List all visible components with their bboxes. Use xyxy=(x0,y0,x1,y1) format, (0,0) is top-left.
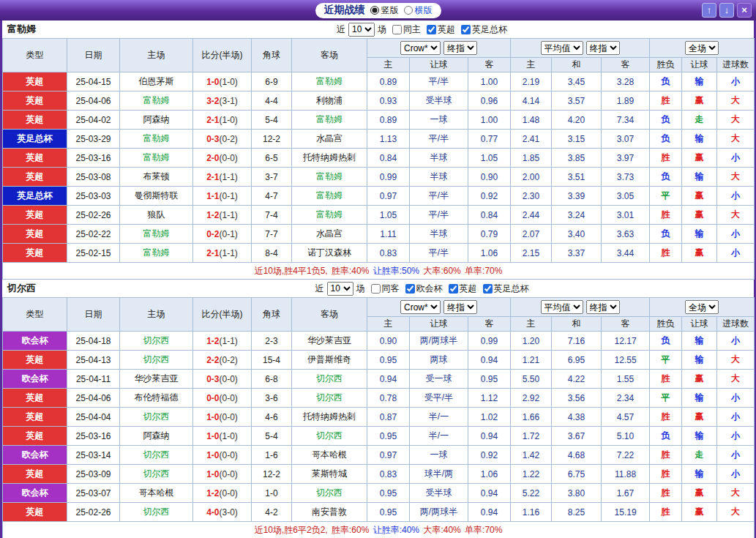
close-button[interactable]: × xyxy=(737,3,752,18)
final-odds-select-2[interactable]: 终指 xyxy=(586,41,620,55)
average-select[interactable]: 平均值 xyxy=(541,300,583,314)
away-team-cell: 哥本哈根 xyxy=(292,446,367,465)
away-team-cell: 富勒姆 xyxy=(292,111,367,130)
filter-checkbox-input[interactable] xyxy=(427,25,436,34)
date-cell: 25-03-29 xyxy=(67,130,120,149)
date-cell: 25-02-22 xyxy=(67,225,120,244)
sub-column-header: 主 xyxy=(367,317,410,332)
horizontal-radio[interactable] xyxy=(404,6,413,15)
filter-checkbox-input[interactable] xyxy=(449,284,458,294)
match-row: 英超25-02-22富勒姆0-2(0-1)7-7水晶宫1.11半球0.792.0… xyxy=(3,225,755,244)
eu-draw-odds: 3.45 xyxy=(552,72,602,91)
average-select[interactable]: 平均值 xyxy=(541,41,583,55)
away-team-cell: 利物浦 xyxy=(292,91,367,111)
eu-draw-odds: 6.75 xyxy=(552,465,602,484)
ah-home-odds: 1.05 xyxy=(367,206,410,225)
horizontal-label: 横版 xyxy=(415,4,433,17)
filter-checkbox[interactable]: 英超 xyxy=(449,283,477,295)
halftime-score: (1-0) xyxy=(220,115,238,125)
title-pill: 近期战绩 竖版 横版 xyxy=(315,3,441,18)
recent-count-select[interactable]: 10 xyxy=(348,23,375,37)
match-row: 英超25-02-15富勒姆2-1(1-1)8-4诺丁汉森林0.83平/半1.06… xyxy=(3,244,755,263)
filter-checkbox[interactable]: 英足总杯 xyxy=(461,23,507,36)
ah-away-odds: 1.00 xyxy=(468,111,511,130)
vertical-radio[interactable] xyxy=(370,6,379,15)
home-team-cell: 哥本哈根 xyxy=(120,484,193,503)
result-wdl: 负 xyxy=(650,72,682,91)
filter-checkbox-input[interactable] xyxy=(483,284,493,294)
fulltime-result-group: 全场 xyxy=(650,39,755,58)
filter-checkbox[interactable]: 英足总杯 xyxy=(483,283,529,295)
ah-line: 两/两球半 xyxy=(410,332,468,351)
scroll-up-button[interactable]: ↑ xyxy=(702,3,716,18)
filter-checkbox[interactable]: 英超 xyxy=(427,23,455,36)
league-badge: 欧会杯 xyxy=(3,332,67,351)
window-buttons: ↑ ↓ × xyxy=(702,3,752,18)
final-odds-select[interactable]: 终指 xyxy=(444,300,477,314)
ah-away-odds: 1.05 xyxy=(468,149,511,168)
filter-checkbox[interactable]: 同主 xyxy=(392,23,421,36)
recent-count-select[interactable]: 10 xyxy=(327,282,353,296)
fulltime-score: 0-3 xyxy=(206,374,219,384)
league-badge: 英超 xyxy=(3,72,67,91)
ah-home-odds: 0.95 xyxy=(367,484,410,503)
final-odds-select[interactable]: 终指 xyxy=(444,41,477,55)
bookmaker-select[interactable]: Crow* xyxy=(400,41,441,55)
eu-home-odds: 2.15 xyxy=(511,244,552,263)
match-row: 英超25-04-06富勒姆3-2(3-1)4-4利物浦0.93受半球0.964.… xyxy=(3,91,755,111)
eu-home-odds: 1.22 xyxy=(511,465,552,484)
fulltime-select[interactable]: 全场 xyxy=(685,41,719,55)
match-row: 英超25-03-09切尔西1-0(0-0)12-2莱斯特城0.83球半/两1.0… xyxy=(3,465,755,484)
result-wdl: 胜 xyxy=(650,503,682,522)
result-goals: 小 xyxy=(717,408,755,427)
team-filter-row: 富勒姆近10场同主英超英足总杯 xyxy=(2,20,754,38)
sub-column-header: 客 xyxy=(602,317,650,332)
sub-column-header: 让球 xyxy=(682,58,717,72)
home-team-cell: 切尔西 xyxy=(120,503,193,522)
result-handicap: 输 xyxy=(682,465,717,484)
ah-away-odds: 0.95 xyxy=(468,370,511,389)
bookmaker-select[interactable]: Crow* xyxy=(400,300,441,314)
filter-checkbox[interactable]: 欧会杯 xyxy=(405,283,443,295)
ah-home-odds: 0.89 xyxy=(367,72,410,91)
ah-home-odds: 1.13 xyxy=(367,130,410,149)
result-wdl: 平 xyxy=(650,187,682,206)
sub-column-header: 客 xyxy=(468,317,511,332)
result-goals: 大 xyxy=(717,130,755,149)
ah-home-odds: 0.95 xyxy=(367,351,410,370)
summary-row: 近10场,胜6平2负2, 胜率:60% 让胜率:40% 大率:40% 单率:70… xyxy=(3,522,755,538)
scroll-down-button[interactable]: ↓ xyxy=(719,3,734,18)
average-odds-group: 平均值终指 xyxy=(511,39,650,58)
result-wdl: 胜 xyxy=(650,244,682,263)
filter-checkbox-input[interactable] xyxy=(461,25,471,34)
ah-line: 半球 xyxy=(410,168,468,187)
date-cell: 25-03-16 xyxy=(67,149,120,168)
fulltime-select[interactable]: 全场 xyxy=(685,300,719,314)
corners-cell: 1-6 xyxy=(252,446,292,465)
eu-away-odds: 12.17 xyxy=(602,332,650,351)
corners-cell: 3-7 xyxy=(252,168,292,187)
filter-checkbox-input[interactable] xyxy=(392,25,402,34)
eu-draw-odds: 8.25 xyxy=(552,503,602,522)
match-row: 英超25-02-26切尔西4-0(3-0)4-2南安普敦0.95两/两球半0.9… xyxy=(3,503,755,522)
eu-away-odds: 15.19 xyxy=(602,503,650,522)
league-badge: 英超 xyxy=(3,244,67,263)
filter-checkbox[interactable]: 同客 xyxy=(371,283,400,295)
corners-cell: 1-0 xyxy=(252,484,292,503)
ah-line: 平/半 xyxy=(410,72,468,91)
halftime-score: (0-2) xyxy=(220,134,238,144)
away-team-cell: 富勒姆 xyxy=(292,206,367,225)
date-cell: 25-03-16 xyxy=(67,427,120,446)
view-option-vertical[interactable]: 竖版 xyxy=(370,4,399,17)
eu-home-odds: 5.22 xyxy=(511,484,552,503)
recent-suffix-label: 场 xyxy=(356,283,365,295)
view-option-horizontal[interactable]: 横版 xyxy=(404,4,433,17)
away-team-cell: 切尔西 xyxy=(292,389,367,408)
final-odds-select-2[interactable]: 终指 xyxy=(586,300,620,314)
filter-checkbox-input[interactable] xyxy=(405,284,415,294)
filter-checkbox-label: 英足总杯 xyxy=(494,283,529,295)
filter-checkbox-input[interactable] xyxy=(371,284,381,294)
ah-home-odds: 0.89 xyxy=(367,111,410,130)
score-cell: 3-2(3-1) xyxy=(193,91,252,111)
match-row: 英超25-04-06布伦特福德0-0(0-0)3-6切尔西0.78受平/半1.1… xyxy=(3,389,755,408)
